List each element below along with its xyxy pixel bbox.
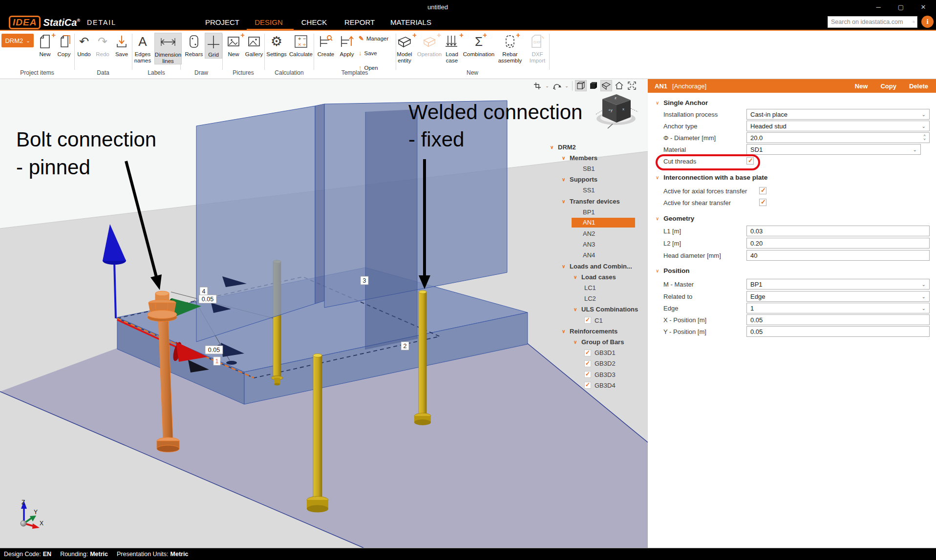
tree-item-an3[interactable]: AN3	[547, 239, 648, 250]
tree-item-an2[interactable]: AN2	[547, 228, 648, 239]
solid-view-icon[interactable]	[588, 80, 599, 91]
project-item-selector[interactable]: DRM2⌄	[1, 34, 34, 47]
tree-item-lc2[interactable]: LC2	[547, 293, 648, 304]
axial-transfer-checkbox[interactable]	[759, 187, 766, 194]
template-manager-button[interactable]: ✎Manager	[359, 35, 388, 42]
template-open-button[interactable]: ↑Open	[359, 64, 378, 71]
wireframe-view-icon[interactable]	[575, 80, 587, 91]
tree-item-an1-selected[interactable]: AN1	[547, 217, 648, 228]
tree-item-sb1[interactable]: SB1	[547, 163, 648, 174]
l1-input[interactable]: 0.03	[746, 226, 930, 236]
checkbox-checked[interactable]	[584, 317, 591, 324]
section-single-anchor[interactable]: ∨Single Anchor	[656, 99, 708, 106]
section-position[interactable]: ∨Position	[656, 267, 690, 274]
related-to-select[interactable]: Edge⌄	[746, 291, 930, 302]
properties-panel: AN1 [Anchorage] New Copy Delete ∨Single …	[648, 79, 936, 548]
master-select[interactable]: BP1⌄	[746, 279, 930, 290]
info-icon[interactable]: i	[921, 16, 934, 28]
tab-project[interactable]: PROJECT	[202, 17, 242, 29]
undo-button[interactable]: ↶ Undo	[75, 33, 93, 58]
shear-transfer-checkbox[interactable]	[759, 199, 766, 206]
tree-item-gb3d1[interactable]: GB3D1	[547, 348, 648, 358]
search-input[interactable]	[828, 19, 913, 25]
clipping-tool-icon[interactable]	[532, 80, 543, 91]
copy-button[interactable]: Copy	[54, 33, 74, 58]
search-icon[interactable]	[913, 18, 915, 26]
calculate-button[interactable]: +−×÷ Calculate	[288, 33, 314, 58]
transparent-view-icon[interactable]	[600, 80, 612, 91]
diameter-stepper[interactable]: 20.0˄˅	[746, 132, 930, 143]
redo-button[interactable]: ↷ Redo	[93, 33, 112, 58]
minimize-button[interactable]: ─	[868, 0, 889, 14]
tree-item-reinforcements[interactable]: ∨Reinforcements	[547, 326, 648, 336]
tree-item-c1[interactable]: C1	[547, 315, 648, 326]
tree-item-ss1[interactable]: SS1	[547, 185, 648, 196]
template-apply-button[interactable]: Apply	[337, 33, 357, 58]
grid-button[interactable]: Grid	[205, 33, 222, 59]
chevron-down-icon[interactable]: ⌄	[564, 83, 570, 88]
tree-item-an4[interactable]: AN4	[547, 250, 648, 261]
tree-item-gb3d2[interactable]: GB3D2	[547, 358, 648, 369]
panel-new-button[interactable]: New	[855, 83, 868, 90]
tree-item-uls-combinations[interactable]: ∨ULS Combinations	[547, 304, 648, 315]
gallery-button[interactable]: Gallery	[244, 33, 264, 58]
panel-delete-button[interactable]: Delete	[909, 83, 928, 90]
tree-item-loads-and-combinations[interactable]: ∨Loads and Combin...	[547, 261, 648, 271]
tree-item-gb3d3[interactable]: GB3D3	[547, 369, 648, 380]
y-position-input[interactable]: 0.05	[746, 326, 930, 337]
checkbox-checked[interactable]	[584, 371, 591, 378]
tree-item-load-cases[interactable]: ∨Load cases	[547, 271, 648, 282]
x-position-input[interactable]: 0.05	[746, 314, 930, 325]
home-view-icon[interactable]	[613, 80, 625, 91]
material-select[interactable]: SD1⌄	[746, 144, 921, 155]
tree-item-transfer-devices[interactable]: ∨Transfer devices	[547, 196, 648, 207]
operation-box-icon: +	[422, 33, 437, 50]
tree-item-group-of-bars[interactable]: ∨Group of Bars	[547, 336, 648, 347]
maximize-button[interactable]: ▢	[890, 0, 912, 14]
template-create-button[interactable]: Create	[315, 33, 337, 58]
panel-copy-button[interactable]: Copy	[880, 83, 896, 90]
tree-item-bp1[interactable]: BP1	[547, 207, 648, 217]
rebar-assembly-button[interactable]: + Rebar assembly	[495, 33, 525, 63]
anchor-type-select[interactable]: Headed stud⌄	[746, 121, 930, 131]
tab-report[interactable]: REPORT	[341, 17, 378, 29]
combination-button[interactable]: Σ+ Combination	[461, 33, 496, 58]
tree-item-lc1[interactable]: LC1	[547, 282, 648, 293]
checkbox-checked[interactable]	[584, 360, 591, 367]
checkbox-checked[interactable]	[584, 350, 591, 356]
chevron-down-icon: ⌄	[922, 112, 926, 117]
l2-input[interactable]: 0.20	[746, 238, 930, 249]
template-save-button[interactable]: ↓Save	[359, 49, 377, 57]
dimension-lines-button[interactable]: Dimension lines	[154, 33, 182, 64]
checkbox-checked[interactable]	[584, 382, 591, 389]
tree-item-members[interactable]: ∨Members	[547, 152, 648, 163]
edges-names-button[interactable]: A Edges names	[131, 33, 154, 63]
tree-item-gb3d4[interactable]: GB3D4	[547, 380, 648, 391]
section-geometry[interactable]: ∨Geometry	[656, 214, 694, 222]
new-project-item-button[interactable]: + New	[35, 33, 55, 58]
head-diameter-input[interactable]: 40	[746, 250, 930, 261]
fit-view-icon[interactable]	[626, 80, 638, 91]
tab-materials[interactable]: MATERIALS	[387, 17, 434, 29]
tab-check[interactable]: CHECK	[298, 17, 330, 29]
close-button[interactable]: ✕	[913, 0, 934, 14]
dxf-import-button[interactable]: DXF DXF Import	[527, 33, 548, 63]
gallery-icon	[247, 33, 261, 50]
tab-design[interactable]: DESIGN	[252, 17, 286, 29]
save-button[interactable]: Save	[112, 33, 131, 58]
weld-fixed-label: - fixed	[408, 128, 464, 151]
section-interconnection[interactable]: ∨Interconnection with a base plate	[656, 173, 767, 181]
rotate-view-icon[interactable]	[551, 80, 563, 91]
offset-label-x: 0.05	[208, 347, 220, 353]
model-entity-button[interactable]: + Model entity	[392, 33, 417, 63]
rebars-button[interactable]: Rebars	[183, 33, 205, 58]
installation-process-select[interactable]: Cast-in place⌄	[746, 109, 930, 120]
chevron-down-icon[interactable]: ⌄	[544, 83, 550, 88]
edge-select[interactable]: 1⌄	[746, 303, 930, 313]
operation-button[interactable]: + Operation	[418, 33, 441, 58]
tree-item-supports[interactable]: ∨Supports	[547, 174, 648, 185]
new-picture-button[interactable]: + New	[223, 33, 244, 58]
tree-item-drm2[interactable]: ∨DRM2	[547, 142, 648, 152]
load-case-button[interactable]: + Load case	[441, 33, 463, 63]
settings-button[interactable]: ⚙ Settings	[265, 33, 288, 58]
